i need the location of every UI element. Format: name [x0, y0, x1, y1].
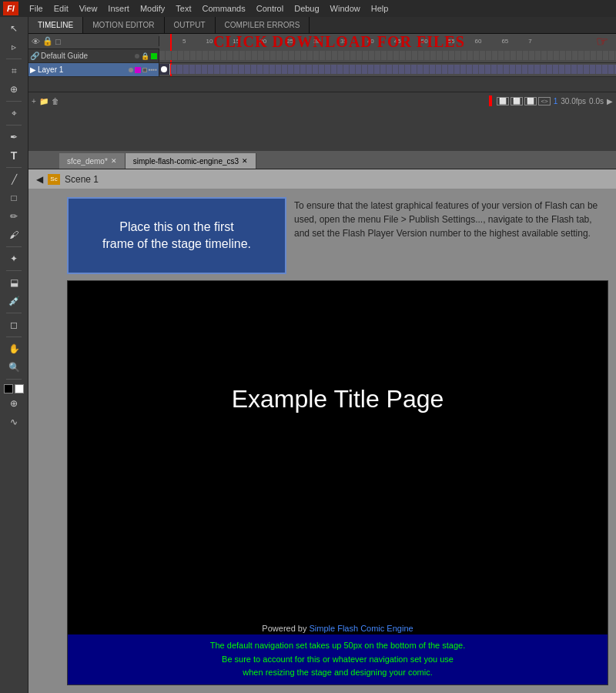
timeline-bottom: + 📁 🗑 ⬜ ⬜ ⬜ <> 1 30.0fps 0.0s ▶ — [28, 92, 616, 109]
toolbar-sep-9 — [6, 379, 22, 380]
doc-tab-sfce[interactable]: sfce_demo* ✕ — [59, 153, 126, 169]
frame-btn4[interactable]: <> — [538, 97, 550, 105]
lock-icon[interactable]: 🔒 — [42, 36, 53, 46]
frame-btn3[interactable]: ⬜ — [524, 97, 537, 105]
frame-btn1[interactable]: ⬜ — [497, 97, 509, 105]
fill-color[interactable] — [15, 384, 24, 393]
menu-file[interactable]: File — [25, 2, 48, 15]
toolbar-sep-6 — [6, 270, 22, 271]
toolbar-sep-3 — [6, 125, 22, 126]
stroke-color[interactable] — [4, 384, 13, 393]
tool-deco[interactable]: ✦ — [5, 250, 22, 267]
menu-edit[interactable]: Edit — [49, 2, 73, 15]
toolbar-sep-5 — [6, 246, 22, 247]
menu-modify[interactable]: Modify — [136, 2, 169, 15]
doc-tab-sfce-cs3-close[interactable]: ✕ — [242, 157, 248, 165]
powered-by-text: Powered by Simple Flash Comic Engine — [68, 621, 608, 634]
toolbar-sep-1 — [6, 59, 22, 59]
doc-tabs: sfce_demo* ✕ simple-flash-comic-engine_c… — [28, 151, 616, 169]
left-toolbar: ↖ ▹ ⌗ ⊕ ⌖ ✒ T ╱ □ ✏ 🖌 ✦ ⬓ 💉 ◻ ✋ 🔍 ⊕ ∿ — [0, 17, 28, 693]
scene-label[interactable]: Scene 1 — [65, 174, 99, 185]
tool-lasso[interactable]: ⌖ — [5, 105, 22, 122]
tool-eyedropper[interactable]: 💉 — [5, 293, 22, 310]
tool-zoom[interactable]: 🔍 — [5, 359, 22, 376]
tool-eraser[interactable]: ◻ — [5, 316, 22, 333]
menu-window[interactable]: Window — [326, 2, 365, 15]
tab-timeline[interactable]: TIMELINE — [28, 17, 83, 33]
click-download-text: CLICK DOWNLOAD FOR FILES — [213, 34, 465, 49]
ruler-60: 60 — [475, 38, 482, 45]
fps-display: 30.0fps — [561, 97, 586, 105]
tab-compiler-errors[interactable]: COMPILER ERRORS — [216, 17, 310, 33]
tool-subselect[interactable]: ▹ — [5, 38, 22, 55]
new-folder-btn[interactable]: 📁 — [39, 97, 49, 105]
panel-tabs: TIMELINE MOTION EDITOR OUTPUT COMPILER E… — [28, 17, 616, 34]
guide-lock[interactable]: 🔒 — [141, 52, 149, 60]
doc-tab-sfce-cs3[interactable]: simple-flash-comic-engine_cs3 ✕ — [126, 153, 256, 169]
tool-freeform[interactable]: ⌗ — [5, 62, 22, 79]
toolbar-sep-2 — [6, 101, 22, 102]
menu-help[interactable]: Help — [367, 2, 393, 15]
menu-commands[interactable]: Commands — [197, 2, 249, 15]
layer1-icon: ▶ — [30, 65, 36, 74]
doc-tab-sfce-name: sfce_demo* — [67, 157, 108, 166]
description-text: To ensure that the latest graphical feat… — [294, 199, 608, 240]
layer1-frames — [171, 65, 616, 74]
guide-icon: 🔗 — [30, 52, 39, 60]
delete-layer-btn[interactable]: 🗑 — [52, 97, 59, 105]
tab-motion-editor[interactable]: MOTION EDITOR — [83, 17, 164, 33]
layer-guide-name: Default Guide — [41, 52, 133, 60]
tool-pencil[interactable]: ✏ — [5, 208, 22, 225]
tool-brush[interactable]: 🖌 — [5, 226, 22, 243]
tool-text[interactable]: T — [5, 147, 22, 164]
tool-smooth[interactable]: ∿ — [5, 413, 22, 430]
tool-3d[interactable]: ⊕ — [5, 81, 22, 98]
layer1-frames-marker: ▪▪▪▪ — [149, 66, 157, 73]
frame-number: 1 — [554, 97, 558, 105]
nav-line2: Be sure to account for this or whatever … — [75, 653, 600, 667]
frame-btn2[interactable]: ⬜ — [511, 97, 523, 105]
back-arrow[interactable]: ◀ — [36, 174, 43, 185]
doc-tab-sfce-cs3-name: simple-flash-comic-engine_cs3 — [133, 157, 239, 166]
canvas-area: Place this on the first frame of the sta… — [28, 189, 616, 693]
keyframe-block — [159, 64, 170, 75]
menu-insert[interactable]: Insert — [103, 2, 134, 15]
tab-output[interactable]: OUTPUT — [165, 17, 216, 33]
guide-visibility[interactable] — [135, 54, 139, 59]
new-layer-btn[interactable]: + — [32, 97, 36, 105]
frame-icons: ⬜ ⬜ ⬜ <> — [497, 97, 550, 105]
stage: Example Title Page Powered by Simple Fla… — [67, 280, 608, 685]
toolbar-sep-4 — [6, 167, 22, 168]
layer1-sq-dark — [142, 68, 147, 72]
scroll-right[interactable]: ▶ — [607, 97, 613, 105]
tool-hand[interactable]: ✋ — [5, 340, 22, 357]
menu-debug[interactable]: Debug — [290, 2, 323, 15]
stage-title: Example Title Page — [232, 385, 444, 413]
tool-paint-bucket[interactable]: ⬓ — [5, 274, 22, 291]
tool-snap[interactable]: ⊕ — [5, 395, 22, 412]
tool-line[interactable]: ╱ — [5, 171, 22, 188]
tool-rect[interactable]: □ — [5, 189, 22, 206]
outline-icon[interactable]: □ — [55, 37, 61, 46]
powered-link[interactable]: Simple Flash Comic Engine — [310, 624, 413, 633]
layer1-sq-purple — [135, 67, 141, 73]
ruler-5: 5 — [182, 38, 186, 45]
ruler-10: 10 — [206, 38, 213, 45]
timeline-panel: TIMELINE MOTION EDITOR OUTPUT COMPILER E… — [28, 17, 616, 151]
nav-line3: when resizing the stage and designing yo… — [75, 666, 600, 680]
doc-tab-sfce-close[interactable]: ✕ — [111, 157, 117, 165]
menu-control[interactable]: Control — [252, 2, 288, 15]
instruction-box: Place this on the first frame of the sta… — [67, 197, 286, 274]
menu-bar: Fl File Edit View Insert Modify Text Com… — [0, 0, 616, 17]
time-display: 0.0s — [589, 97, 604, 105]
tool-pen[interactable]: ✒ — [5, 129, 22, 146]
instruction-text: Place this on the first frame of the sta… — [102, 219, 251, 253]
menu-view[interactable]: View — [75, 2, 102, 15]
tool-select[interactable]: ↖ — [5, 20, 22, 37]
stage-bottom: Powered by Simple Flash Comic Engine The… — [68, 621, 608, 685]
playhead-bottom-indicator — [489, 95, 492, 106]
menu-text[interactable]: Text — [171, 2, 196, 15]
nav-line1: The default navigation set takes up 50px… — [75, 639, 600, 653]
layer1-visibility[interactable] — [129, 68, 133, 72]
eye-icon[interactable]: 👁 — [32, 37, 40, 46]
